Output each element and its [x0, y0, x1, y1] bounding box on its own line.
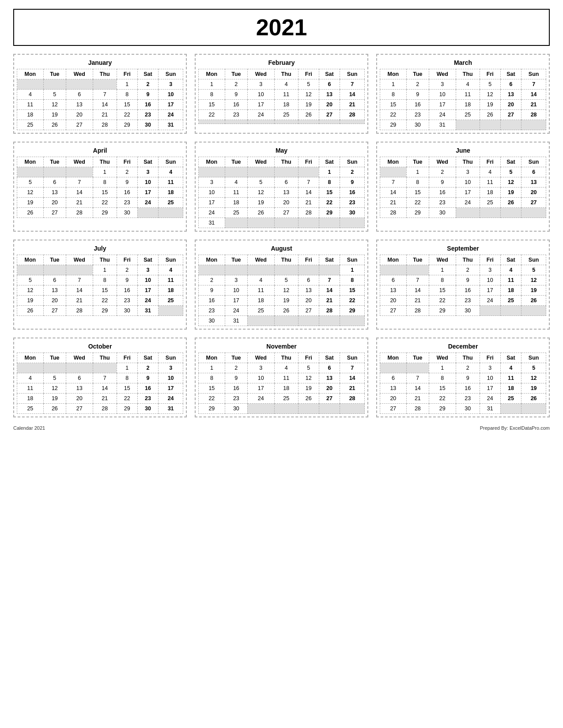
- day-cell: 17: [137, 188, 159, 198]
- day-header-fri: Fri: [480, 69, 500, 79]
- day-cell: 19: [247, 198, 274, 208]
- day-header-tue: Tue: [43, 353, 66, 363]
- week-row: 24252627282930: [199, 208, 365, 218]
- week-row: 6789101112: [380, 373, 546, 383]
- day-cell: 28: [340, 110, 365, 120]
- day-cell: 23: [429, 198, 456, 208]
- footer-left: Calendar 2021: [13, 425, 45, 431]
- day-cell: 24: [247, 394, 274, 404]
- week-row: 891011121314: [380, 90, 546, 100]
- month-title-september: September: [380, 243, 546, 255]
- day-cell: [66, 363, 93, 373]
- day-cell: 2: [225, 79, 247, 90]
- day-header-sun: Sun: [159, 353, 183, 363]
- day-cell: [247, 218, 274, 228]
- week-row: 22232425262728: [199, 110, 365, 120]
- day-cell: 1: [429, 265, 456, 275]
- day-cell: 9: [137, 373, 159, 383]
- week-row: 567891011: [17, 177, 183, 188]
- month-table-june: MonTueWedThuFriSatSun1234567891011121314…: [380, 157, 546, 218]
- day-cell: 11: [159, 275, 183, 285]
- week-row: 11121314151617: [17, 383, 183, 394]
- day-cell: 8: [117, 90, 137, 100]
- day-header-sat: Sat: [319, 353, 340, 363]
- day-cell: 3: [137, 265, 159, 275]
- day-cell: 6: [66, 373, 93, 383]
- day-cell: [43, 79, 66, 90]
- week-row: 19202122232425: [17, 296, 183, 306]
- day-cell: 24: [247, 110, 274, 120]
- month-title-may: May: [198, 145, 365, 157]
- day-header-wed: Wed: [66, 157, 93, 167]
- day-header-wed: Wed: [429, 69, 456, 79]
- day-cell: 22: [340, 296, 365, 306]
- day-cell: 23: [406, 110, 429, 120]
- day-cell: 10: [247, 90, 274, 100]
- day-cell: [406, 265, 429, 275]
- day-cell: 21: [380, 198, 407, 208]
- day-cell: 18: [225, 198, 247, 208]
- day-cell: 30: [117, 208, 137, 218]
- day-cell: 26: [43, 120, 66, 130]
- month-table-july: MonTueWedThuFriSatSun1234567891011121314…: [17, 255, 183, 316]
- day-cell: 14: [380, 188, 407, 198]
- day-header-sat: Sat: [319, 157, 340, 167]
- day-cell: 2: [456, 265, 480, 275]
- day-cell: 26: [298, 394, 319, 404]
- day-cell: 16: [429, 188, 456, 198]
- day-cell: [521, 404, 546, 414]
- day-cell: 23: [456, 296, 480, 306]
- day-header-thu: Thu: [274, 353, 298, 363]
- day-cell: 13: [500, 90, 521, 100]
- day-cell: 30: [199, 316, 225, 326]
- day-cell: 15: [406, 188, 429, 198]
- day-header-fri: Fri: [117, 69, 137, 79]
- week-row: 25262728293031: [17, 120, 183, 130]
- week-row: 2345678: [199, 275, 365, 285]
- day-cell: [199, 265, 225, 275]
- day-cell: [274, 167, 298, 177]
- month-table-february: MonTueWedThuFriSatSun1234567891011121314…: [198, 69, 365, 124]
- day-cell: 15: [319, 188, 340, 198]
- day-cell: 13: [66, 383, 93, 394]
- day-cell: 20: [319, 100, 340, 110]
- day-cell: [225, 218, 247, 228]
- week-row: 262728293031: [17, 306, 183, 316]
- day-cell: 9: [225, 373, 247, 383]
- day-cell: [247, 265, 274, 275]
- day-header-tue: Tue: [406, 353, 429, 363]
- day-cell: 17: [199, 198, 225, 208]
- day-cell: 7: [380, 177, 407, 188]
- month-table-january: MonTueWedThuFriSatSun1234567891011121314…: [17, 69, 183, 130]
- day-cell: [521, 306, 546, 316]
- day-cell: 4: [17, 373, 44, 383]
- day-cell: 6: [380, 275, 407, 285]
- day-cell: 29: [199, 404, 225, 414]
- day-cell: 18: [274, 100, 298, 110]
- day-header-sun: Sun: [340, 353, 365, 363]
- day-cell: 27: [500, 110, 521, 120]
- day-header-fri: Fri: [298, 255, 319, 265]
- day-header-mon: Mon: [17, 353, 44, 363]
- day-header-mon: Mon: [380, 353, 407, 363]
- week-row: 16171819202122: [199, 296, 365, 306]
- day-header-tue: Tue: [225, 69, 247, 79]
- day-cell: 20: [521, 188, 546, 198]
- day-cell: 31: [159, 120, 183, 130]
- day-cell: 7: [93, 373, 117, 383]
- day-cell: 6: [274, 177, 298, 188]
- month-table-september: MonTueWedThuFriSatSun1234567891011121314…: [380, 255, 546, 316]
- day-cell: 28: [66, 306, 93, 316]
- day-cell: [456, 120, 480, 130]
- day-cell: 1: [340, 265, 365, 275]
- day-cell: 16: [225, 383, 247, 394]
- day-cell: 20: [43, 198, 66, 208]
- day-cell: 11: [17, 100, 44, 110]
- day-header-fri: Fri: [298, 69, 319, 79]
- day-cell: 10: [199, 188, 225, 198]
- day-cell: 29: [429, 306, 456, 316]
- day-cell: 12: [298, 90, 319, 100]
- day-cell: 29: [117, 120, 137, 130]
- day-cell: 17: [137, 285, 159, 296]
- day-cell: 7: [319, 275, 340, 285]
